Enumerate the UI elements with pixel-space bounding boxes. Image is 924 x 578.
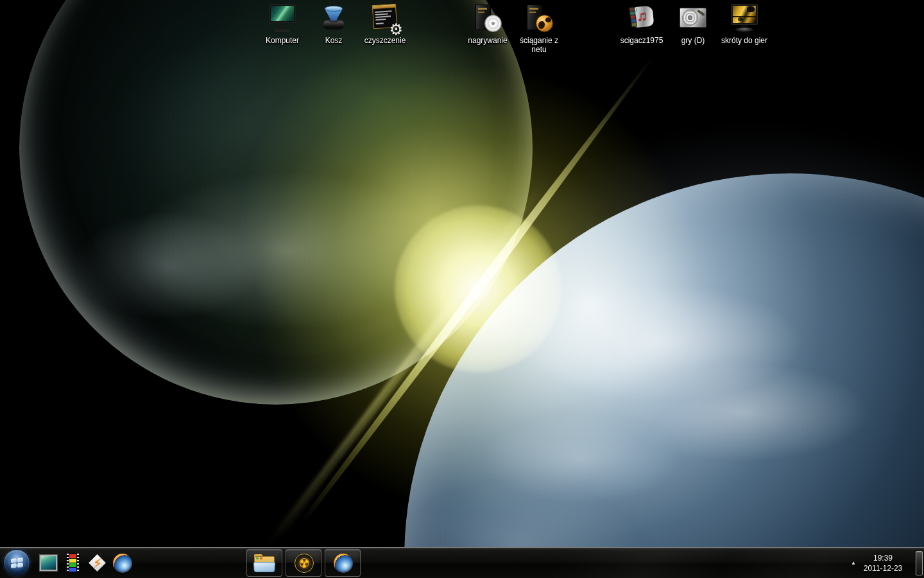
- firefox-icon: [113, 554, 132, 573]
- desktop-icon-label: gry (D): [681, 36, 705, 45]
- wallpaper-light-beam-faint-1: [273, 178, 549, 541]
- cd-disc-icon: [484, 15, 502, 32]
- desktop-icon-czyszczenie[interactable]: czyszczenie: [358, 3, 412, 46]
- tower-cd-disc-icon: [472, 3, 503, 33]
- taskbar-pinned-firefox[interactable]: [112, 552, 133, 574]
- wallpaper-light-beam: [286, 40, 670, 538]
- desktop-icon-gry-d[interactable]: gry (D): [666, 3, 720, 46]
- desktop-icon-komputer[interactable]: Komputer: [255, 3, 309, 46]
- tower-globe-icon: [524, 3, 554, 33]
- taskbar: ▲ 19:39 2011-12-23: [0, 547, 924, 578]
- hard-disk-drive-icon: [678, 3, 708, 33]
- windows-logo-icon: [11, 557, 23, 568]
- tray-time: 19:39: [855, 553, 911, 563]
- taskbar-button-windows-explorer[interactable]: [246, 549, 282, 577]
- music-note-icon: [637, 9, 647, 23]
- firefox-icon: [334, 554, 353, 573]
- wallpaper-light-beam-faint-2: [265, 256, 485, 547]
- computer-monitor-icon: [267, 3, 298, 33]
- wallpaper-planet-right: [404, 173, 924, 547]
- wallpaper-planet-left: [19, 0, 533, 405]
- desktop-icon-label: Komputer: [266, 36, 299, 45]
- desktop-icon-nagrywanie[interactable]: nagrywanie: [461, 3, 515, 46]
- lightning-bolt-icon: [89, 554, 106, 573]
- taskbar-button-nero-burning[interactable]: [286, 549, 321, 577]
- desktop-icon-label: Kosz: [325, 36, 343, 45]
- desktop-icon-sciaganie-z-netu[interactable]: ściąganie z netu: [512, 3, 566, 55]
- filmstrip-icon: [66, 553, 80, 574]
- desktop-icon-label: nagrywanie: [468, 36, 507, 45]
- show-desktop-button[interactable]: [916, 551, 923, 575]
- image-viewer-icon: [40, 555, 57, 571]
- desktop-area[interactable]: Komputer Kosz czyszczenie: [0, 0, 924, 547]
- radiation-icon: [295, 554, 314, 573]
- tray-clock[interactable]: 19:39 2011-12-23: [855, 553, 911, 574]
- desktop-icon-label: ściąganie z netu: [514, 36, 564, 54]
- monitor-games-icon: [729, 3, 760, 33]
- desktop-icon-scigacz1975[interactable]: scigacz1975: [615, 3, 669, 46]
- taskbar-button-firefox[interactable]: [325, 549, 361, 577]
- wallpaper-collision-glow-core: [395, 206, 561, 372]
- wallpaper-atmosphere-halo: [507, 128, 924, 411]
- taskbar-pinned-image-viewer[interactable]: [38, 552, 60, 574]
- windows7-desktop-screen: Komputer Kosz czyszczenie: [0, 0, 924, 578]
- start-button[interactable]: [3, 549, 30, 576]
- globe-icon: [536, 15, 553, 32]
- batch-script-gear-icon: [370, 3, 400, 33]
- desktop-icon-kosz[interactable]: Kosz: [307, 3, 361, 46]
- tray-date: 2011-12-23: [855, 563, 911, 574]
- folder-icon: [254, 554, 275, 572]
- desktop-icon-label: skróty do gier: [721, 36, 767, 45]
- taskbar-pinned-media-player[interactable]: [62, 552, 84, 574]
- media-music-notes-icon: [626, 3, 657, 33]
- desktop-icon-label: scigacz1975: [620, 36, 663, 45]
- taskbar-pinned-winamp[interactable]: [87, 552, 108, 574]
- recycle-bin-funnel-icon: [318, 3, 349, 33]
- wallpaper-collision-glow: [253, 64, 703, 514]
- gear-icon: [389, 22, 403, 37]
- desktop-icon-skroty-do-gier[interactable]: skróty do gier: [717, 3, 771, 46]
